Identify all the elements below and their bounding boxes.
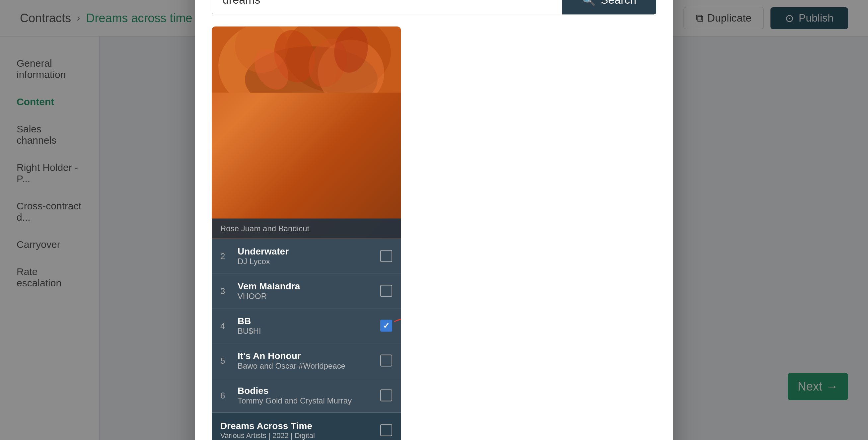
search-input[interactable]: [212, 0, 562, 14]
track-item-4: 4 BB BU$HI: [212, 309, 401, 343]
album-name: Dreams Across Time: [220, 421, 315, 431]
modal-body: 🔍 Search: [195, 0, 673, 440]
track-info-2: Underwater DJ Lycox: [238, 246, 380, 266]
track-title-5: It's An Honour: [238, 351, 380, 362]
track-title-6: Bodies: [238, 385, 380, 396]
album-artwork: Rose Juam and Bandicut: [212, 27, 401, 239]
track-number-2: 2: [220, 251, 232, 261]
track-artist-2: DJ Lycox: [238, 257, 380, 266]
arrow-annotation: [394, 312, 401, 332]
album-meta: Various Artists | 2022 | Digital: [220, 431, 315, 440]
search-button-label: Search: [600, 0, 637, 6]
track-number-6: 6: [220, 390, 232, 401]
album-card: Rose Juam and Bandicut 2 Underwater DJ L…: [212, 27, 401, 440]
track-info-3: Vem Malandra VHOOR: [238, 281, 380, 301]
track-item-3: 3 Vem Malandra VHOOR: [212, 274, 401, 309]
search-row: 🔍 Search: [212, 0, 656, 14]
album-footer-info: Dreams Across Time Various Artists | 202…: [220, 421, 315, 440]
track-checkbox-6[interactable]: [380, 389, 392, 402]
track-title-3: Vem Malandra: [238, 281, 380, 292]
track-checkbox-5[interactable]: [380, 355, 392, 367]
track-artist-3: VHOOR: [238, 292, 380, 301]
track-item-5: 5 It's An Honour Bawo and Oscar #Worldpe…: [212, 343, 401, 378]
add-content-modal: 🌐 Add content × 🔍 Search: [195, 0, 673, 440]
track-title-4: BB: [238, 316, 380, 326]
track-checkbox-2[interactable]: [380, 250, 392, 262]
search-button[interactable]: 🔍 Search: [562, 0, 656, 14]
album-footer: Dreams Across Time Various Artists | 202…: [212, 413, 401, 440]
track-info-5: It's An Honour Bawo and Oscar #Worldpeac…: [238, 351, 380, 371]
track-info-4: BB BU$HI: [238, 316, 380, 336]
track-artist-5: Bawo and Oscar #Worldpeace: [238, 362, 380, 371]
track-item-2: 2 Underwater DJ Lycox: [212, 239, 401, 274]
track-checkbox-3[interactable]: [380, 285, 392, 297]
track-title-2: Underwater: [238, 246, 380, 257]
track-number-3: 3: [220, 286, 232, 296]
scroll-hint: Rose Juam and Bandicut: [212, 219, 401, 239]
track-item-6: 6 Bodies Tommy Gold and Crystal Murray: [212, 378, 401, 413]
track-artist-4: BU$HI: [238, 326, 380, 336]
track-artist-6: Tommy Gold and Crystal Murray: [238, 396, 380, 406]
track-checkbox-4[interactable]: [380, 320, 392, 332]
track-number-5: 5: [220, 355, 232, 366]
track-list: 2 Underwater DJ Lycox 3 Vem Malandra VHO…: [212, 239, 401, 413]
album-checkbox[interactable]: [380, 425, 392, 436]
track-info-6: Bodies Tommy Gold and Crystal Murray: [238, 385, 380, 406]
track-list-overlay: Rose Juam and Bandicut: [212, 219, 401, 239]
track-number-4: 4: [220, 320, 232, 331]
search-icon: 🔍: [582, 0, 596, 6]
